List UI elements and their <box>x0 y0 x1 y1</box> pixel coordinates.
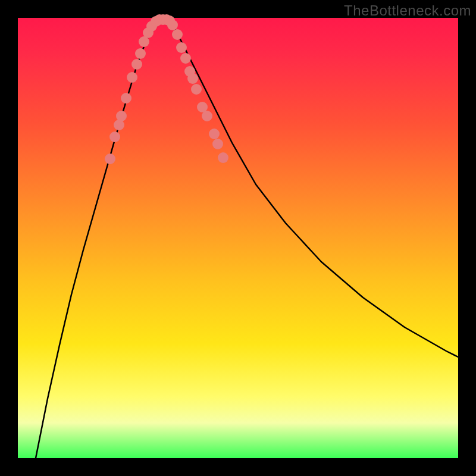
data-point <box>167 20 178 30</box>
watermark-text: TheBottleneck.com <box>344 2 471 19</box>
data-point <box>121 93 131 104</box>
data-point <box>187 73 198 84</box>
data-point <box>105 154 115 164</box>
right-curve <box>167 20 458 357</box>
data-point <box>218 152 228 163</box>
data-point <box>135 48 146 59</box>
data-point <box>127 72 137 83</box>
data-point <box>191 84 202 95</box>
highlighted-points <box>105 14 228 164</box>
chart-svg <box>18 18 458 458</box>
chart-frame: TheBottleneck.com <box>0 0 476 476</box>
data-point <box>180 53 191 64</box>
left-curve <box>36 20 161 458</box>
data-point <box>131 59 142 70</box>
plot-area <box>18 18 458 458</box>
data-point <box>172 29 183 40</box>
data-point <box>202 111 212 121</box>
data-point <box>116 111 127 121</box>
data-point <box>176 42 187 53</box>
data-point <box>109 131 120 142</box>
data-point <box>212 139 223 149</box>
data-point <box>209 129 220 139</box>
